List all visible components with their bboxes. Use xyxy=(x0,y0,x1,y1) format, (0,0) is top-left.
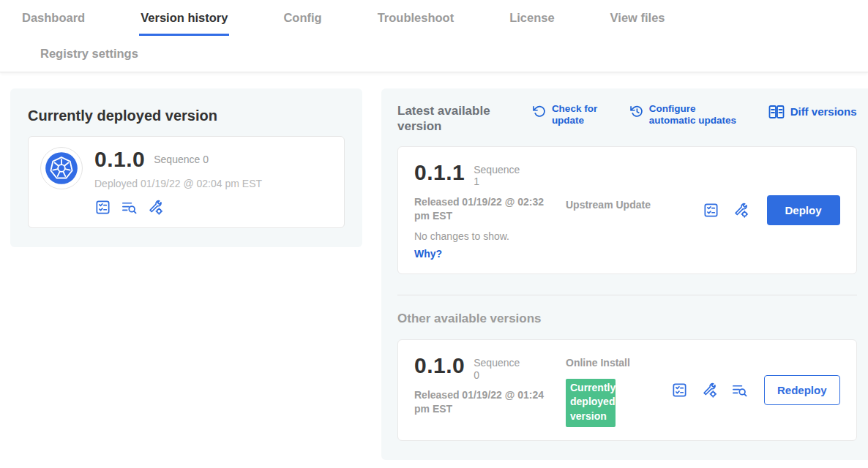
tab-registry-settings[interactable]: Registry settings xyxy=(39,36,140,72)
why-link[interactable]: Why? xyxy=(414,248,442,260)
latest-available-title: Latest available version xyxy=(397,103,507,135)
diff-versions-button[interactable]: Diff versions xyxy=(768,103,857,121)
auto-update-icon xyxy=(629,104,644,118)
release-notes-icon[interactable] xyxy=(703,202,719,219)
deploy-button[interactable]: Deploy xyxy=(767,195,840,225)
tab-view-files[interactable]: View files xyxy=(609,0,667,36)
app-avatar xyxy=(40,147,83,189)
kubernetes-logo-icon xyxy=(45,151,78,185)
currently-deployed-badge: Currently deployed version xyxy=(566,379,616,427)
other-source-label: Online Install Currently deployed versio… xyxy=(566,356,655,427)
no-changes-text: No changes to show. xyxy=(414,230,550,242)
tab-troubleshoot[interactable]: Troubleshoot xyxy=(376,0,456,36)
view-logs-icon[interactable] xyxy=(731,382,748,399)
deployed-version-card: 0.1.0 Sequence 0 Deployed 01/19/22 @ 02:… xyxy=(28,136,345,228)
latest-released-timestamp: Released 01/19/22 @ 02:32 pm EST xyxy=(414,195,550,223)
latest-version-card: 0.1.1 Sequence 1 Released 01/19/22 @ 02:… xyxy=(397,146,857,274)
currently-deployed-panel: Currently deployed version 0.1.0 Sequenc… xyxy=(10,88,362,247)
check-for-update-label: Check for update xyxy=(552,103,605,127)
other-sequence-label: Sequence 0 xyxy=(474,357,520,382)
view-logs-icon[interactable] xyxy=(121,199,138,216)
deployed-sequence-label: Sequence 0 xyxy=(154,154,209,165)
edit-config-icon[interactable] xyxy=(733,202,749,219)
other-version-card: 0.1.0 Sequence 0 Released 01/19/22 @ 01:… xyxy=(397,339,857,441)
refresh-icon xyxy=(532,104,547,118)
other-version-number: 0.1.0 xyxy=(414,353,465,378)
other-versions-section: Other available versions 0.1.0 Sequence … xyxy=(397,295,857,441)
nav-row-2: Registry settings xyxy=(0,36,868,72)
latest-available-panel: Latest available version Check for updat… xyxy=(381,88,868,460)
nav-row-1: Dashboard Version history Config Trouble… xyxy=(0,0,868,36)
currently-deployed-title: Currently deployed version xyxy=(28,107,345,124)
edit-config-icon[interactable] xyxy=(701,382,718,399)
release-notes-icon[interactable] xyxy=(94,199,111,216)
check-for-update-button[interactable]: Check for update xyxy=(532,103,605,127)
other-released-timestamp: Released 01/19/22 @ 01:24 pm EST xyxy=(414,388,550,416)
deployed-timestamp: Deployed 01/19/22 @ 02:04 pm EST xyxy=(94,178,262,189)
main-content: Currently deployed version 0.1.0 Sequenc… xyxy=(0,72,868,460)
install-type-label: Online Install xyxy=(566,357,630,369)
latest-version-number: 0.1.1 xyxy=(414,160,465,185)
configure-automatic-updates-button[interactable]: Configure automatic updates xyxy=(629,103,743,127)
latest-source-label: Upstream Update xyxy=(566,198,655,212)
diff-icon xyxy=(768,103,785,121)
configure-automatic-updates-label: Configure automatic updates xyxy=(649,103,743,127)
tab-dashboard[interactable]: Dashboard xyxy=(20,0,86,36)
redeploy-button[interactable]: Redeploy xyxy=(764,375,840,405)
deployed-version-number: 0.1.0 xyxy=(94,147,145,172)
diff-versions-label: Diff versions xyxy=(790,105,857,118)
top-nav: Dashboard Version history Config Trouble… xyxy=(0,0,868,72)
tab-config[interactable]: Config xyxy=(282,0,323,36)
edit-config-icon[interactable] xyxy=(147,199,164,216)
latest-sequence-label: Sequence 1 xyxy=(474,164,520,189)
release-notes-icon[interactable] xyxy=(671,382,688,399)
tab-license[interactable]: License xyxy=(508,0,555,36)
other-versions-title: Other available versions xyxy=(397,312,857,326)
tab-version-history[interactable]: Version history xyxy=(139,0,229,36)
